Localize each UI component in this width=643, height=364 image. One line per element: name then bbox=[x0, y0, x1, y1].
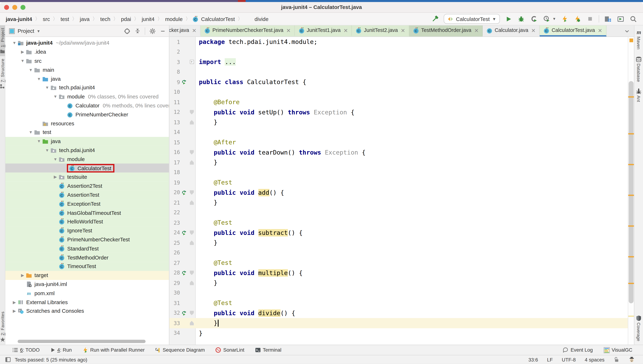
run-test-gutter-icon[interactable] bbox=[181, 270, 186, 275]
toolwindow-button-structure[interactable]: 7: Structure bbox=[0, 56, 5, 92]
tree-expand-arrow[interactable]: ▶ bbox=[19, 273, 26, 278]
fold-marker-icon[interactable] bbox=[190, 150, 194, 154]
editor-body[interactable]: 1package tech.pdai.junit4.module;23+impo… bbox=[169, 37, 634, 345]
editor-tab-junittest1-java[interactable]: CJunitTest1.java✕ bbox=[295, 26, 352, 36]
tree-expand-arrow[interactable]: ▼ bbox=[28, 68, 34, 72]
code-line-9[interactable]: 9public class CalculatorTest { bbox=[169, 77, 628, 87]
usage-highlight-mark[interactable] bbox=[628, 256, 634, 258]
close-tab-icon[interactable]: ✕ bbox=[401, 28, 405, 33]
code-line-30[interactable]: 30 bbox=[169, 288, 628, 298]
fold-marker-icon[interactable] bbox=[190, 200, 194, 205]
editor-tab-junittest2-java[interactable]: CJunitTest2.java✕ bbox=[352, 26, 409, 36]
settings-gear-icon[interactable] bbox=[149, 28, 156, 34]
tree-item--idea[interactable]: ▶.idea bbox=[6, 48, 169, 56]
toolwindow-toggle-icon[interactable] bbox=[5, 357, 11, 363]
line-ending-indicator[interactable]: LF bbox=[547, 357, 553, 362]
lock-icon[interactable] bbox=[613, 357, 619, 363]
run-parallel-button[interactable] bbox=[561, 15, 569, 23]
tree-item-helloworldtest[interactable]: CHelloWorldTest bbox=[6, 217, 169, 226]
tree-expand-arrow[interactable]: ▼ bbox=[52, 157, 59, 162]
tree-item-src[interactable]: ▼src bbox=[6, 56, 169, 65]
tree-item-ignoretest[interactable]: CIgnoreTest bbox=[6, 226, 169, 235]
usage-highlight-mark[interactable] bbox=[628, 226, 634, 227]
tree-item-external-libraries[interactable]: ▶External Libraries bbox=[6, 298, 169, 306]
run-test-gutter-icon[interactable] bbox=[181, 230, 186, 235]
bottom-tab-run[interactable]: 4: Run bbox=[50, 347, 72, 353]
editor-scrollbar[interactable] bbox=[628, 37, 634, 345]
editor-tab-primenumbercheckertest-java[interactable]: CPrimeNumberCheckerTest.java✕ bbox=[201, 26, 295, 36]
tree-expand-arrow[interactable]: ▼ bbox=[44, 148, 51, 152]
build-hammer-icon[interactable] bbox=[431, 15, 439, 23]
code-line-33[interactable]: 33 } bbox=[169, 318, 628, 328]
tree-item-main[interactable]: ▼main bbox=[6, 65, 169, 74]
code-line-21[interactable]: 21 } bbox=[169, 198, 628, 208]
run-configuration-select[interactable]: CalculatorTest ▼ bbox=[444, 14, 500, 24]
tree-expand-arrow[interactable]: ▶ bbox=[19, 50, 26, 54]
search-everywhere-icon[interactable] bbox=[629, 15, 637, 23]
tree-item-pom-xml[interactable]: mpom.xml bbox=[6, 289, 169, 298]
locate-file-icon[interactable] bbox=[124, 28, 131, 34]
breadcrumb-item-junit4[interactable]: junit4 bbox=[141, 16, 155, 22]
usage-highlight-mark[interactable] bbox=[628, 164, 634, 165]
run-test-gutter-icon[interactable] bbox=[181, 310, 186, 316]
tree-expand-arrow[interactable]: ▼ bbox=[19, 59, 26, 63]
tree-item-primenumberchecker[interactable]: CPrimeNumberChecker bbox=[6, 110, 169, 119]
usage-highlight-mark[interactable] bbox=[628, 96, 634, 98]
toolwindow-button-database[interactable]: Database bbox=[636, 53, 642, 85]
hector-inspector-icon[interactable] bbox=[629, 357, 635, 363]
toolwindow-button-coverage[interactable]: Coverage bbox=[636, 312, 642, 345]
run-button[interactable] bbox=[504, 15, 513, 23]
run-test-gutter-icon[interactable] bbox=[181, 190, 186, 195]
code-line-12[interactable]: 12 public void setUp() throws Exception … bbox=[169, 107, 628, 117]
editor-tab-calculatortest-java[interactable]: CCalculatorTest.java✕ bbox=[540, 26, 606, 36]
bottom-tab-run-with-parallel-runner[interactable]: Run with Parallel Runner bbox=[82, 347, 145, 353]
fold-marker-icon[interactable] bbox=[190, 280, 194, 285]
tree-item-testmethodorder[interactable]: CTestMethodOrder bbox=[6, 253, 169, 262]
tree-expand-arrow[interactable]: ▼ bbox=[36, 139, 42, 144]
code-line-14[interactable]: 14 bbox=[169, 127, 628, 137]
tree-item-module[interactable]: ▼module0% classes, 0% lines covered bbox=[6, 92, 169, 101]
code-line-19[interactable]: 19 @Test bbox=[169, 178, 628, 188]
fold-marker-icon[interactable] bbox=[190, 110, 194, 114]
tree-item-assertion2test[interactable]: CAssertion2Test bbox=[6, 182, 169, 190]
project-panel-title[interactable]: Project bbox=[18, 28, 34, 34]
run-anything-icon[interactable] bbox=[616, 15, 624, 23]
editor-tab-hecker-java[interactable]: hecker.java✕ bbox=[169, 26, 201, 36]
fold-expand-icon[interactable]: + bbox=[190, 60, 194, 64]
code-line-1[interactable]: 1package tech.pdai.junit4.module; bbox=[169, 37, 628, 47]
chevron-down-icon[interactable]: ▼ bbox=[37, 29, 40, 33]
fold-marker-icon[interactable] bbox=[190, 321, 194, 325]
code-lines[interactable]: 1package tech.pdai.junit4.module;23+impo… bbox=[169, 37, 628, 345]
fold-marker-icon[interactable] bbox=[190, 311, 194, 315]
hide-panel-icon[interactable] bbox=[160, 28, 166, 34]
breadcrumb-item-calculatortest[interactable]: CCalculatorTest bbox=[193, 16, 236, 22]
toolwindow-button-project[interactable]: 1: Project bbox=[0, 26, 5, 56]
code-line-34[interactable]: 34} bbox=[169, 328, 628, 338]
breadcrumb-item-divide[interactable]: divide bbox=[254, 16, 269, 22]
tree-item-resources[interactable]: resources bbox=[6, 119, 169, 128]
tree-expand-arrow[interactable]: ▼ bbox=[36, 76, 42, 81]
code-line-3[interactable]: 3+import ... bbox=[169, 57, 628, 67]
close-tab-icon[interactable]: ✕ bbox=[531, 28, 536, 33]
tree-item-tech-pdai-junit4[interactable]: ▼tech.pdai.junit4 bbox=[6, 83, 169, 92]
tree-expand-arrow[interactable]: ▶ bbox=[52, 175, 59, 179]
tree-item-timeouttest[interactable]: CTimeoutTest bbox=[6, 262, 169, 271]
profiler-button[interactable] bbox=[542, 15, 551, 23]
code-line-23[interactable]: 23 @Test bbox=[169, 218, 628, 228]
bottom-tab-sequence-diagram[interactable]: Sequence Diagram bbox=[155, 347, 205, 353]
tree-expand-arrow[interactable]: ▼ bbox=[44, 85, 51, 90]
code-line-16[interactable]: 16 public void tearDown() throws Excepti… bbox=[169, 148, 628, 158]
tree-item-exceptiontest[interactable]: CExceptionTest bbox=[6, 200, 169, 208]
bottom-tab-visualgc[interactable]: VisualGC bbox=[603, 347, 632, 353]
status-message[interactable]: Tests passed: 5 (25 minutes ago) bbox=[15, 357, 87, 362]
tree-item-target[interactable]: ▶target bbox=[6, 271, 169, 280]
code-line-13[interactable]: 13 } bbox=[169, 117, 628, 127]
tree-item-tech-pdai-junit4[interactable]: ▼tech.pdai.junit4 bbox=[6, 146, 169, 155]
toolwindow-button-maven[interactable]: mMaven bbox=[635, 26, 642, 53]
fold-marker-icon[interactable] bbox=[190, 190, 194, 195]
breadcrumb-item-tech[interactable]: tech bbox=[99, 16, 111, 22]
debug-parallel-button[interactable] bbox=[573, 15, 581, 23]
caret-line-mark[interactable] bbox=[628, 316, 634, 317]
tree-item-scratches-and-consoles[interactable]: ▶Scratches and Consoles bbox=[6, 306, 169, 316]
bottom-tab-sonarlint[interactable]: SonarLint bbox=[216, 347, 244, 353]
